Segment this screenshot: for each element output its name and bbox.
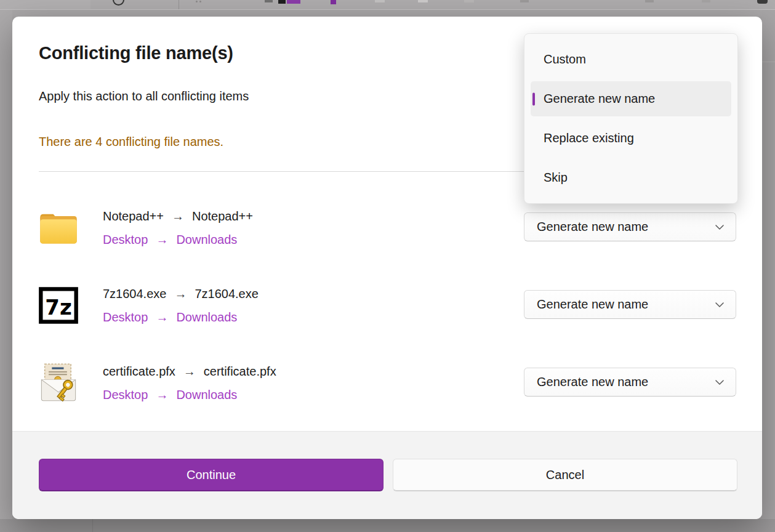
background-toolbar-icon [418,0,428,2]
file-location-line: Desktop → Downloads [103,230,253,249]
source-location-link[interactable]: Desktop [103,233,148,247]
background-toolbar-icon [265,0,273,2]
dropdown-selected-value: Generate new name [537,297,648,312]
menu-item-custom[interactable]: Custom [531,42,731,77]
arrow-right-icon: → [183,365,196,379]
menu-item-generate-new-name[interactable]: Generate new name [531,81,731,116]
dropdown-selected-value: Generate new name [537,375,648,389]
menu-item-label: Skip [544,171,568,185]
conflict-row: 7z 7z1604.exe → 7z1604.exe Desktop → Dow… [12,284,762,328]
background-right-edge [762,10,775,532]
background-app-surface [0,10,775,17]
conflict-action-dropdown[interactable]: Generate new name [524,368,736,397]
background-app-toolbar-left [0,0,90,9]
apply-to-all-flyout-menu: Custom Generate new name Replace existin… [524,33,738,204]
arrow-right-icon: → [172,209,184,224]
destination-file-name: certificate.pfx [204,365,276,379]
destination-location-link[interactable]: Downloads [176,233,237,247]
arrow-right-icon: → [156,388,168,402]
background-left-edge [0,10,12,532]
background-toolbar-icon [331,0,336,4]
menu-item-replace-existing[interactable]: Replace existing [531,121,731,156]
background-toolbar-icon [702,0,710,2]
dialog-footer: Continue Cancel [12,431,762,519]
destination-file-name: Notepad++ [192,209,253,224]
dialog-title: Conflicting file name(s) [39,43,233,63]
dropdown-selected-value: Generate new name [537,220,648,234]
menu-item-label: Custom [544,52,586,66]
selection-indicator [532,92,535,105]
svg-text:7z: 7z [45,295,71,320]
arrow-right-icon: → [156,310,168,324]
destination-location-link[interactable]: Downloads [176,388,237,402]
source-file-name: 7z1604.exe [103,287,166,301]
background-toolbar-icon [464,0,474,2]
background-toolbar-icon [520,0,529,2]
conflict-row: Notepad++ → Notepad++ Desktop → Download… [12,207,762,250]
destination-location-link[interactable]: Downloads [176,310,237,324]
conflict-warning-text: There are 4 conflicting file names. [39,135,223,149]
menu-item-label: Generate new name [544,92,655,106]
file-name-line: 7z1604.exe → 7z1604.exe [103,284,259,303]
background-toolbar-icon [278,0,286,4]
dialog-subtitle: Apply this action to all conflicting ite… [39,89,249,103]
background-bottom-edge [0,519,775,532]
arrow-right-icon: → [174,287,187,301]
menu-item-label: Replace existing [544,131,634,145]
background-dot-icon [199,1,201,2]
certificate-icon [38,362,79,404]
conflict-action-dropdown[interactable]: Generate new name [524,290,736,319]
background-right-line [762,62,775,62]
background-toolbar-icon [645,0,654,2]
7zip-exe-icon: 7z [38,284,79,326]
file-location-line: Desktop → Downloads [103,385,276,404]
background-toolbar-icon [757,0,768,4]
source-file-name: certificate.pfx [103,365,175,379]
chevron-down-icon [715,224,725,230]
conflict-action-dropdown[interactable]: Generate new name [524,212,736,241]
background-toolbar-icon [375,0,385,2]
source-location-link[interactable]: Desktop [103,388,148,402]
arrow-right-icon: → [156,233,168,247]
conflict-row: certificate.pfx → certificate.pfx Deskto… [12,362,762,405]
cancel-button[interactable]: Cancel [393,459,737,491]
destination-file-name: 7z1604.exe [195,287,258,301]
continue-button[interactable]: Continue [39,459,383,491]
chevron-down-icon [715,302,725,308]
source-file-name: Notepad++ [103,209,164,224]
file-name-line: certificate.pfx → certificate.pfx [103,362,276,381]
file-location-line: Desktop → Downloads [103,308,259,326]
chevron-down-icon [715,379,725,385]
background-toolbar-icon [287,0,300,4]
folder-icon [38,207,79,249]
background-toolbar-divider [179,0,179,9]
background-dot-icon [196,1,198,2]
file-name-line: Notepad++ → Notepad++ [103,207,253,225]
source-location-link[interactable]: Desktop [103,310,148,324]
menu-item-skip[interactable]: Skip [531,160,731,195]
background-sidebar-divider [92,519,93,532]
